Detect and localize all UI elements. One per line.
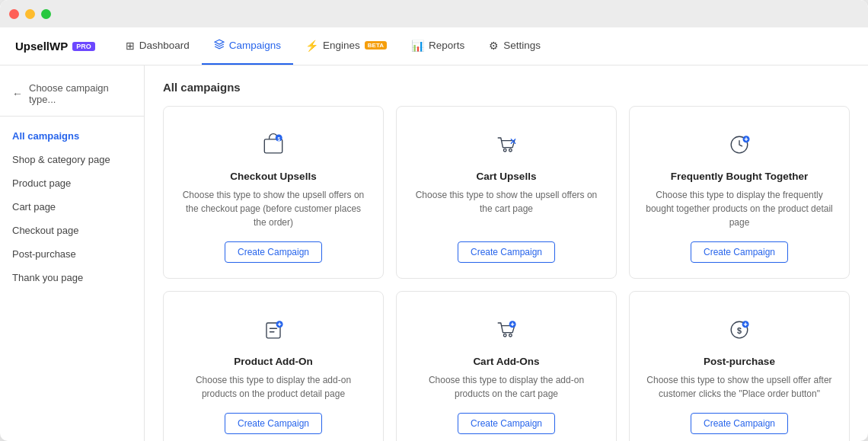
cart-addons-title: Cart Add-Ons xyxy=(473,356,539,367)
cart-addons-create-btn[interactable]: Create Campaign xyxy=(458,413,555,434)
content-area: ← Choose campaign type... All campaigns … xyxy=(0,66,868,441)
campaign-card-product-addon: Product Add-On Choose this type to displ… xyxy=(163,291,384,441)
zap-icon: ⚡ xyxy=(305,40,318,52)
nav-label-settings: Settings xyxy=(503,40,541,51)
checkout-upsells-title: Checkout Upsells xyxy=(230,171,316,182)
fbt-create-btn[interactable]: Create Campaign xyxy=(691,241,788,263)
fbt-icon xyxy=(723,128,756,161)
campaign-card-fbt: Frequently Bought Together Choose this t… xyxy=(629,106,850,279)
svg-point-10 xyxy=(509,334,512,337)
svg-point-4 xyxy=(509,149,512,152)
app-window: UpsellWP PRO ⊞ Dashboard Campaigns ⚡ Eng… xyxy=(0,0,868,441)
sidebar-item-product[interactable]: Product page xyxy=(0,171,144,195)
nav-item-campaigns[interactable]: Campaigns xyxy=(202,27,293,65)
sidebar-item-checkout[interactable]: Checkout page xyxy=(0,219,144,242)
back-label: Choose campaign type... xyxy=(29,82,132,105)
checkout-upsells-create-btn[interactable]: Create Campaign xyxy=(225,241,322,263)
cart-upsells-desc: Choose this type to show the upsell offe… xyxy=(412,188,601,229)
beta-badge: BETA xyxy=(365,41,387,50)
nav-item-dashboard[interactable]: ⊞ Dashboard xyxy=(113,27,202,65)
sidebar-item-shop[interactable]: Shop & category page xyxy=(0,148,144,171)
nav-item-settings[interactable]: ⚙ Settings xyxy=(477,27,553,65)
campaign-card-cart-addons: Cart Add-Ons Choose this type to display… xyxy=(396,291,617,441)
nav-label-engines: Engines xyxy=(323,40,360,51)
top-nav: UpsellWP PRO ⊞ Dashboard Campaigns ⚡ Eng… xyxy=(0,27,868,66)
post-purchase-title: Post-purchase xyxy=(704,356,775,367)
svg-point-9 xyxy=(503,334,506,337)
post-purchase-create-btn[interactable]: Create Campaign xyxy=(691,413,788,434)
sidebar: ← Choose campaign type... All campaigns … xyxy=(0,66,145,441)
nav-item-engines[interactable]: ⚡ Engines BETA xyxy=(293,27,399,65)
fbt-desc: Choose this type to display the frequent… xyxy=(645,188,834,229)
nav-label-dashboard: Dashboard xyxy=(139,40,190,51)
nav-label-campaigns: Campaigns xyxy=(229,40,281,51)
nav-item-reports[interactable]: 📊 Reports xyxy=(399,27,477,65)
fbt-title: Frequently Bought Together xyxy=(671,171,809,182)
brand-name: UpsellWP xyxy=(15,40,68,53)
title-bar xyxy=(0,0,868,27)
sidebar-item-all[interactable]: All campaigns xyxy=(0,124,144,148)
product-addon-title: Product Add-On xyxy=(234,356,313,367)
sidebar-item-cart[interactable]: Cart page xyxy=(0,195,144,219)
post-purchase-icon: $ xyxy=(723,313,756,347)
back-arrow-icon: ← xyxy=(12,88,23,100)
close-button[interactable] xyxy=(9,9,19,19)
product-addon-create-btn[interactable]: Create Campaign xyxy=(225,413,322,434)
svg-text:$: $ xyxy=(277,136,280,142)
svg-point-3 xyxy=(503,149,506,152)
product-addon-desc: Choose this type to display the add-on p… xyxy=(179,373,368,401)
back-button[interactable]: ← Choose campaign type... xyxy=(0,78,144,117)
settings-icon: ⚙ xyxy=(489,40,499,52)
cart-addons-icon xyxy=(490,313,523,347)
layers-icon xyxy=(214,39,225,52)
maximize-button[interactable] xyxy=(41,9,51,19)
cart-upsells-icon xyxy=(490,128,523,161)
cart-addons-desc: Choose this type to display the add-on p… xyxy=(412,373,601,401)
main-content: All campaigns $ Checkout Upsells Choose … xyxy=(145,66,868,441)
brand: UpsellWP PRO xyxy=(15,40,95,53)
campaign-card-post-purchase: $ Post-purchase Choose this type to show… xyxy=(629,291,850,441)
svg-text:$: $ xyxy=(737,326,742,335)
nav-items: ⊞ Dashboard Campaigns ⚡ Engines BETA 📊 R… xyxy=(113,27,553,65)
grid-icon: ⊞ xyxy=(126,40,135,52)
minimize-button[interactable] xyxy=(25,9,35,19)
cart-upsells-create-btn[interactable]: Create Campaign xyxy=(458,241,555,263)
checkout-upsells-desc: Choose this type to show the upsell offe… xyxy=(179,188,368,229)
brand-badge: PRO xyxy=(72,42,95,51)
sidebar-item-post-purchase[interactable]: Post-purchase xyxy=(0,242,144,266)
post-purchase-desc: Choose this type to show the upsell offe… xyxy=(645,373,834,401)
product-addon-icon xyxy=(257,313,290,347)
checkout-upsells-icon: $ xyxy=(257,128,290,161)
campaigns-grid: $ Checkout Upsells Choose this type to s… xyxy=(163,106,850,441)
campaign-card-cart-upsells: Cart Upsells Choose this type to show th… xyxy=(396,106,617,279)
bar-chart-icon: 📊 xyxy=(411,40,424,52)
section-title: All campaigns xyxy=(163,81,850,94)
sidebar-item-thank-you[interactable]: Thank you page xyxy=(0,266,144,289)
nav-label-reports: Reports xyxy=(429,40,464,51)
cart-upsells-title: Cart Upsells xyxy=(477,171,537,182)
campaign-card-checkout-upsells: $ Checkout Upsells Choose this type to s… xyxy=(163,106,384,279)
